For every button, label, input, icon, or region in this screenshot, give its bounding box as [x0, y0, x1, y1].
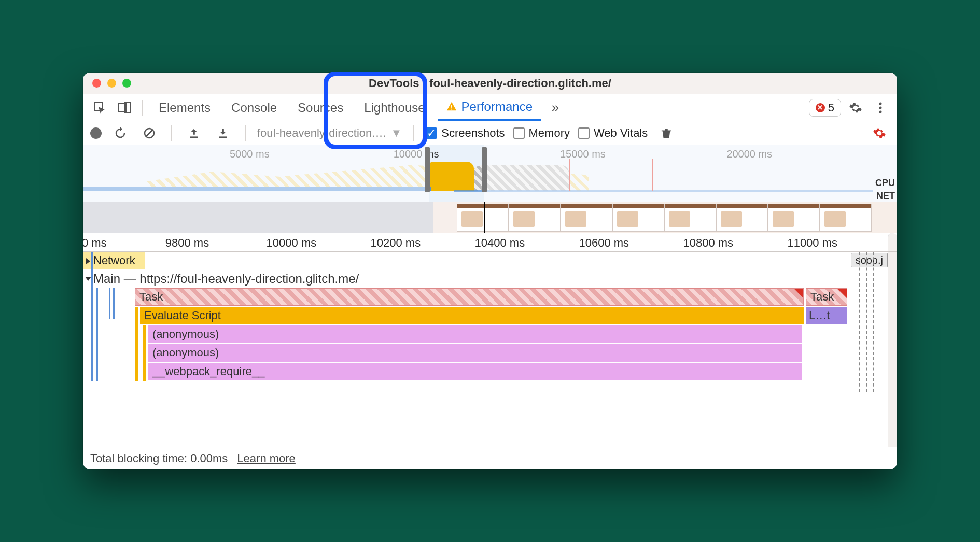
svg-rect-3 — [451, 105, 452, 108]
frame-layout[interactable]: L…t — [806, 307, 847, 324]
tab-elements[interactable]: Elements — [150, 94, 219, 121]
frame-task[interactable]: Task — [135, 288, 804, 306]
tab-performance[interactable]: Performance — [438, 94, 541, 121]
scrollbar-v[interactable] — [888, 233, 897, 251]
webvitals-checkbox[interactable]: Web Vitals — [578, 126, 648, 140]
overview-pane[interactable]: 5000 ms 10000 ms 15000 ms 20000 ms CPU N… — [83, 145, 897, 202]
download-icon[interactable] — [213, 123, 233, 144]
tbt-label: Total blocking time: 0.00ms — [90, 452, 228, 465]
frame-task[interactable]: Task — [806, 288, 847, 306]
tab-console[interactable]: Console — [223, 94, 285, 121]
overview-label-net: NET — [871, 191, 895, 202]
devtools-window: DevTools - foul-heavenly-direction.glitc… — [83, 73, 897, 469]
kebab-menu-icon[interactable] — [870, 97, 891, 118]
upload-icon[interactable] — [184, 123, 204, 144]
window-title: DevTools - foul-heavenly-direction.glitc… — [369, 77, 611, 90]
screenshots-strip[interactable] — [83, 202, 897, 233]
minimize-button[interactable] — [107, 79, 116, 88]
trash-icon[interactable] — [656, 123, 677, 144]
inspect-icon[interactable] — [89, 97, 110, 118]
frame-anonymous[interactable]: (anonymous) — [148, 325, 802, 343]
screenshots-checkbox[interactable]: ✓Screenshots — [426, 126, 505, 140]
network-file-pill[interactable]: soop.j — [851, 253, 888, 267]
svg-point-5 — [879, 102, 882, 105]
device-toggle-icon[interactable] — [114, 97, 135, 118]
svg-rect-11 — [219, 136, 227, 138]
frame-evaluate-script[interactable]: Evaluate Script — [140, 307, 804, 324]
perf-footer: Total blocking time: 0.00ms Learn more — [83, 447, 897, 469]
capture-settings-icon[interactable] — [869, 123, 890, 144]
reload-record-icon[interactable] — [110, 123, 131, 144]
settings-icon[interactable] — [845, 97, 866, 118]
titlebar: DevTools - foul-heavenly-direction.glitc… — [83, 73, 897, 94]
svg-rect-10 — [190, 136, 198, 138]
warning-icon — [446, 101, 457, 112]
svg-line-9 — [146, 130, 152, 136]
error-count-badge[interactable]: ✕5 — [809, 99, 841, 117]
svg-point-6 — [879, 106, 882, 109]
tab-lighthouse[interactable]: Lighthouse — [356, 94, 433, 121]
svg-point-7 — [879, 110, 882, 113]
record-button[interactable] — [90, 127, 102, 139]
flame-chart[interactable]: Network soop.j Main — https://foul-heave… — [83, 252, 897, 447]
clear-icon[interactable] — [139, 123, 160, 144]
more-tabs-icon[interactable]: » — [545, 97, 566, 118]
maximize-button[interactable] — [122, 79, 131, 88]
perf-toolbar: foul-heavenly-direction.…▼ ✓Screenshots … — [83, 121, 897, 145]
frame-anonymous[interactable]: (anonymous) — [148, 344, 802, 362]
panel-tabs: Elements Console Sources Lighthouse Perf… — [83, 94, 897, 121]
svg-rect-4 — [451, 109, 452, 110]
target-select[interactable]: foul-heavenly-direction.…▼ — [257, 126, 402, 140]
tab-sources[interactable]: Sources — [289, 94, 352, 121]
frame-webpack-require[interactable]: __webpack_require__ — [148, 363, 802, 380]
overview-label-cpu: CPU — [871, 178, 895, 189]
close-button[interactable] — [92, 79, 101, 88]
timeline-ruler[interactable]: 00 ms 9800 ms 10000 ms 10200 ms 10400 ms… — [83, 233, 897, 252]
learn-more-link[interactable]: Learn more — [237, 452, 296, 465]
main-track-header[interactable]: Main — https://foul-heavenly-direction.g… — [83, 269, 897, 288]
memory-checkbox[interactable]: Memory — [513, 126, 570, 140]
network-track-header[interactable]: Network soop.j — [83, 252, 897, 269]
